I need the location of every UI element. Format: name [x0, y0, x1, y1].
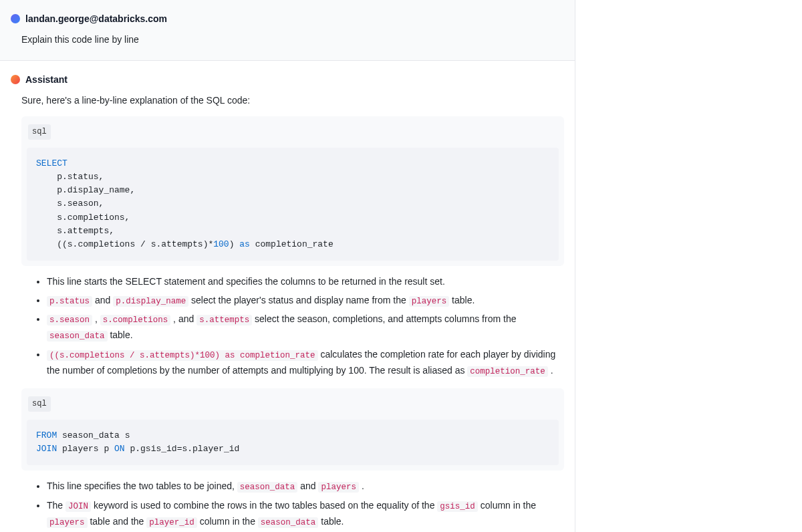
code-kw-as: as: [239, 239, 250, 249]
assistant-name: Assistant: [25, 74, 68, 85]
inline-code: season_data: [258, 517, 319, 528]
inline-code: player_id: [146, 517, 197, 528]
user-message: landan.george@databricks.com Explain thi…: [0, 0, 575, 61]
assistant-body: Sure, here's a line-by-line explanation …: [11, 93, 564, 530]
code-lang-wrap-1: sql: [21, 116, 564, 142]
bullet-1-3: s.season , s.completions , and s.attempt…: [47, 311, 564, 344]
code-l7b: ): [229, 239, 240, 249]
code-l2: p.status,: [36, 172, 104, 182]
bullet-1-1: This line starts the SELECT statement an…: [47, 274, 564, 290]
code-kw-from: FROM: [36, 430, 57, 440]
code-l4: s.season,: [36, 198, 104, 209]
inline-code: players: [47, 517, 88, 528]
bullet-2-1: This line specifies the two tables to be…: [47, 479, 564, 495]
inline-code: s.completions: [100, 315, 171, 325]
code-kw-select: SELECT: [36, 158, 68, 168]
code2-l1t: season_data s: [57, 430, 130, 440]
code-kw-on: ON: [114, 444, 125, 454]
code-lang-wrap-2: sql: [21, 388, 564, 414]
inline-code: JOIN: [65, 501, 91, 512]
txt: column in the: [197, 516, 258, 527]
assistant-avatar-icon: [11, 75, 20, 84]
txt: select the season, completions, and atte…: [252, 313, 516, 324]
chat-content: landan.george@databricks.com Explain thi…: [0, 0, 575, 532]
inline-code: s.season: [47, 315, 92, 325]
txt: select the player's status and display n…: [188, 295, 409, 305]
code-block-2: sql FROM season_data s JOIN players p ON…: [21, 388, 564, 471]
code-pre-1[interactable]: SELECT p.status, p.display_name, s.seaso…: [27, 148, 559, 261]
code-lang-badge-1: sql: [28, 124, 51, 140]
txt: keyword is used to combine the rows in t…: [91, 500, 437, 511]
code2-l2t1: players p: [57, 444, 114, 454]
inline-code: players: [318, 482, 359, 493]
txt: ,: [92, 313, 100, 324]
inline-code: gsis_id: [437, 501, 478, 512]
inline-code: s.attempts: [196, 315, 252, 325]
code-l7c: completion_rate: [250, 239, 333, 249]
txt: table and the: [88, 516, 147, 527]
code-pre-wrap-1: SELECT p.status, p.display_name, s.seaso…: [21, 142, 564, 266]
explain-list-2: This line specifies the two tables to be…: [21, 479, 564, 530]
txt: This line specifies the two tables to be…: [47, 481, 237, 491]
bullet-1-4: ((s.completions / s.attempts)*100) as co…: [47, 347, 564, 380]
code-l5: s.completions,: [36, 213, 130, 223]
txt: and: [92, 295, 113, 305]
inline-code: p.status: [47, 296, 92, 307]
inline-code: season_data: [47, 331, 108, 342]
user-header: landan.george@databricks.com: [11, 13, 564, 24]
user-body: Explain this code line by line: [11, 32, 564, 47]
txt: The: [47, 500, 65, 511]
inline-code: ((s.completions / s.attempts)*100) as co…: [47, 350, 318, 361]
inline-code: completion_rate: [467, 366, 548, 377]
bullet-1-2: p.status and p.display_name select the p…: [47, 293, 564, 309]
txt: and: [297, 481, 318, 491]
bullet-2-2: The JOIN keyword is used to combine the …: [47, 498, 564, 531]
user-message-text: Explain this code line by line: [21, 32, 564, 47]
assistant-message: Assistant Sure, here's a line-by-line ex…: [0, 61, 575, 532]
txt: .: [548, 365, 553, 376]
txt: column in the: [478, 500, 536, 511]
code-lang-badge-2: sql: [28, 396, 51, 412]
txt: table.: [449, 295, 475, 305]
txt: table.: [318, 516, 344, 527]
code-l3: p.display_name,: [36, 185, 135, 195]
assistant-intro: Sure, here's a line-by-line explanation …: [21, 93, 564, 108]
code-kw-join: JOIN: [36, 444, 57, 454]
txt: table.: [108, 329, 133, 340]
txt: .: [359, 481, 364, 491]
bullet-1-1-text: This line starts the SELECT statement an…: [47, 276, 445, 287]
user-avatar-icon: [11, 14, 20, 23]
right-panel-divider: [575, 0, 575, 532]
assistant-header: Assistant: [11, 74, 564, 85]
code-l7-num: 100: [213, 239, 229, 249]
code2-l2t2: p.gsis_id=s.player_id: [125, 444, 240, 454]
explain-list-1: This line starts the SELECT statement an…: [21, 274, 564, 379]
inline-code: players: [409, 296, 450, 307]
inline-code: season_data: [237, 482, 298, 493]
user-name: landan.george@databricks.com: [25, 13, 167, 24]
code-pre-2[interactable]: FROM season_data s JOIN players p ON p.g…: [27, 420, 559, 465]
txt: , and: [170, 313, 196, 324]
code-pre-wrap-2: FROM season_data s JOIN players p ON p.g…: [21, 414, 564, 471]
inline-code: p.display_name: [113, 296, 188, 307]
code-l6: s.attempts,: [36, 226, 114, 236]
code-l7a: ((s.completions / s.attempts)*: [36, 239, 213, 249]
chat-page: landan.george@databricks.com Explain thi…: [0, 0, 802, 532]
code-block-1: sql SELECT p.status, p.display_name, s.s…: [21, 116, 564, 266]
